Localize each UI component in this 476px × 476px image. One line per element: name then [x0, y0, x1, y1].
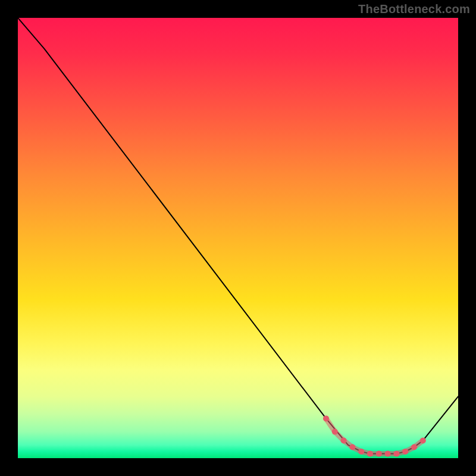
marker-dot: [376, 451, 382, 457]
marker-dot: [411, 444, 417, 450]
bottleneck-curve-path: [18, 18, 458, 454]
marker-dot: [323, 415, 329, 421]
attribution-text: TheBottleneck.com: [358, 2, 470, 16]
plot-area: [18, 18, 458, 458]
chart-frame: TheBottleneck.com: [0, 0, 476, 476]
marker-dot: [358, 449, 364, 455]
marker-band: [326, 418, 423, 453]
marker-dot: [385, 451, 391, 457]
marker-dot: [332, 429, 338, 435]
marker-dot: [420, 437, 426, 443]
marker-dot: [341, 437, 347, 443]
marker-dot: [402, 449, 408, 455]
marker-dot: [393, 451, 399, 457]
marker-dot: [367, 451, 373, 457]
bottleneck-markers: [323, 415, 426, 456]
bottleneck-curve-svg: [18, 18, 458, 458]
marker-dot: [349, 444, 355, 450]
